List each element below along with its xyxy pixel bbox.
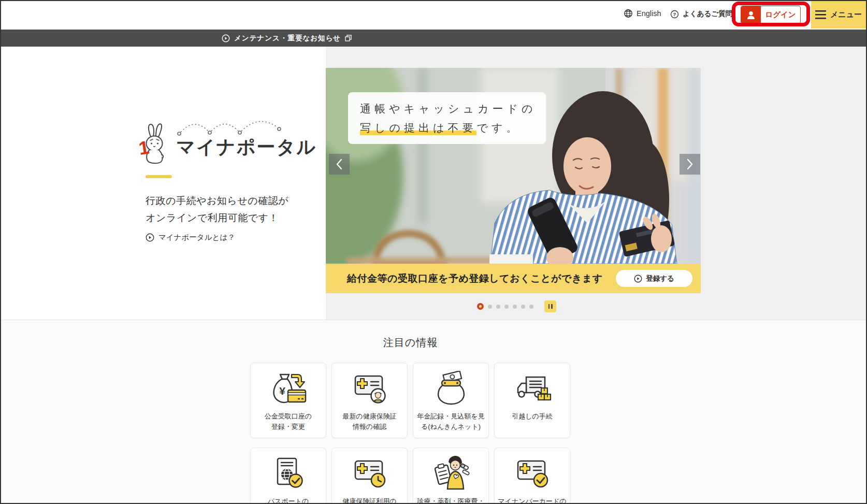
- card-label: パスポートの: [268, 496, 309, 504]
- card-public-funds-account[interactable]: ¥ 公金受取口座の 登録・変更: [250, 363, 326, 438]
- login-button[interactable]: ログイン: [741, 6, 801, 24]
- external-link-icon: [345, 35, 352, 41]
- passport-check-icon: [269, 456, 308, 492]
- help-circle-icon: ?: [670, 10, 679, 19]
- carousel-dot-5[interactable]: [513, 305, 517, 309]
- carousel-dot-6[interactable]: [521, 305, 525, 309]
- language-english-link[interactable]: English: [624, 9, 661, 18]
- hero-photo: 通帳やキャッシュカードの 写しの提出は不要です。: [326, 68, 701, 264]
- chevron-left-icon: [335, 158, 344, 170]
- svg-text:¥: ¥: [279, 385, 285, 397]
- registration-banner: 給付金等の受取口座を予め登録しておくことができます 登録する: [326, 264, 701, 293]
- hero-carousel: 通帳やキャッシュカードの 写しの提出は不要です。 給付金等の受取口座を予め登録し…: [326, 68, 701, 293]
- about-link-label: マイナポータルとは？: [158, 233, 235, 242]
- svg-text:?: ?: [673, 11, 676, 17]
- english-label: English: [637, 9, 661, 18]
- menu-label: メニュー: [830, 10, 862, 20]
- card-mynumber-card[interactable]: マイナンバーカードの: [494, 448, 570, 504]
- card-moving-procedures[interactable]: 引越しの手続: [494, 363, 570, 438]
- money-bag-card-icon: ¥: [269, 371, 308, 407]
- hamburger-icon: [815, 10, 826, 19]
- card-medical-info[interactable]: 診療・薬剤・医療費・: [413, 448, 489, 504]
- medical-records-person-icon: [431, 456, 471, 492]
- insurance-card-clock-icon: [350, 456, 389, 492]
- play-circle-icon: [146, 233, 154, 242]
- person-icon: [741, 6, 761, 23]
- carousel-dot-1[interactable]: [477, 303, 484, 310]
- insurance-card-person-icon: [350, 371, 389, 407]
- card-passport[interactable]: パスポートの: [250, 448, 326, 504]
- tagline-line1: 行政の手続やお知らせの確認が: [146, 193, 288, 210]
- carousel-next-button[interactable]: [680, 154, 700, 175]
- card-label: 引越しの手続: [512, 411, 553, 422]
- featured-title: 注目の情報: [250, 336, 571, 350]
- slide-caption-line2: 写しの提出は不要です。: [360, 122, 534, 133]
- chevron-right-icon: [685, 158, 695, 170]
- slide-caption-line1: 通帳やキャッシュカードの: [360, 103, 534, 114]
- header: English ? よくあるご質問 ログイン: [0, 0, 867, 30]
- card-insurance-card-use[interactable]: 健康保険証利用の: [331, 448, 408, 504]
- hero-tagline: 行政の手続やお知らせの確認が オンラインで利用可能です！: [146, 193, 288, 226]
- slide-caption-rest: です。: [476, 122, 521, 134]
- logo-underline: [146, 175, 172, 178]
- card-label: 診療・薬剤・医療費・: [417, 496, 485, 504]
- login-label: ログイン: [761, 6, 800, 23]
- carousel-dot-2[interactable]: [488, 305, 492, 309]
- card-pension-record[interactable]: 年金記録・見込額を見 る(ねんきんネット): [413, 363, 489, 438]
- notice-label: メンテナンス・重要なお知らせ: [234, 34, 341, 43]
- slide-caption-highlight: 写しの提出は不要: [360, 122, 476, 135]
- banner-text: 給付金等の受取口座を予め登録しておくことができます: [347, 264, 603, 293]
- play-circle-icon: [634, 275, 642, 283]
- carousel-dot-3[interactable]: [496, 305, 500, 309]
- menu-button[interactable]: メニュー: [811, 1, 866, 28]
- card-label: 最新の健康保険証 情報の確認: [342, 411, 396, 432]
- card-label: 公金受取口座の 登録・変更: [265, 411, 312, 432]
- carousel-dot-4[interactable]: [504, 305, 509, 309]
- card-latest-insurance-info[interactable]: 最新の健康保険証 情報の確認: [331, 363, 408, 438]
- pause-button[interactable]: [544, 300, 556, 312]
- register-button[interactable]: 登録する: [616, 270, 692, 287]
- mynumber-card-check-icon: [513, 456, 552, 492]
- play-circle-icon: [222, 34, 230, 42]
- featured-cards-grid: ¥ 公金受取口座の 登録・変更: [250, 363, 571, 504]
- card-label: 健康保険証利用の: [342, 496, 396, 504]
- maintenance-notice-link[interactable]: メンテナンス・重要なお知らせ: [222, 30, 352, 47]
- notice-bar: メンテナンス・重要なお知らせ: [0, 30, 867, 47]
- myna-portal-page: English ? よくあるご質問 ログイン: [0, 0, 867, 504]
- slide-caption-box: 通帳やキャッシュカードの 写しの提出は不要です。: [348, 92, 546, 144]
- faq-link[interactable]: ? よくあるご質問: [670, 9, 732, 19]
- about-portal-link[interactable]: マイナポータルとは？: [146, 233, 235, 242]
- rabbit-mascot: 1: [139, 122, 171, 165]
- tagline-line2: オンラインで利用可能です！: [146, 210, 288, 227]
- faq-label: よくあるご質問: [683, 9, 732, 19]
- featured-section: 注目の情報 ¥ 公金受取口座の: [0, 320, 867, 504]
- carousel-dot-7[interactable]: [529, 305, 533, 309]
- card-label: 年金記録・見込額を見 る(ねんきんネット): [417, 411, 484, 432]
- purse-money-icon: [431, 371, 471, 407]
- register-button-label: 登録する: [646, 274, 674, 283]
- card-label: マイナンバーカードの: [498, 496, 566, 504]
- globe-icon: [624, 9, 633, 18]
- carousel-pagination: [477, 300, 556, 312]
- carousel-prev-button[interactable]: [329, 154, 350, 175]
- site-logo-text: マイナポータル: [176, 135, 316, 160]
- moving-truck-icon: [513, 371, 552, 407]
